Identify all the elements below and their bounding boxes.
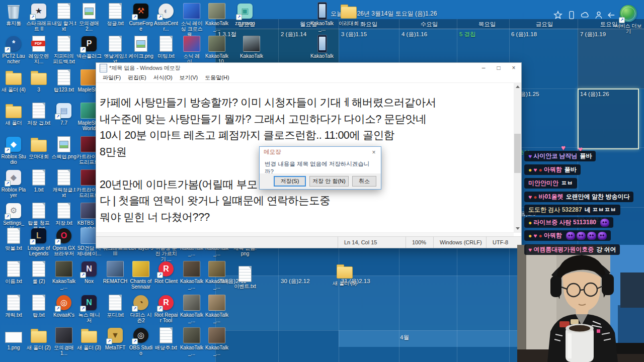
desktop-icon[interactable]: KakaoTalk_... [179, 294, 204, 323]
dont-save-button[interactable]: 저장 안 함(N) [309, 176, 349, 187]
shortcut-arrow-icon: ↗ [132, 14, 138, 20]
desktop-icon[interactable]: 배당주.txt [153, 327, 179, 350]
desktop-icon[interactable]: ▤↗7.7 [51, 102, 76, 126]
close-button[interactable]: × [506, 63, 521, 73]
desktop-icon[interactable]: 새 폴더 (2) [26, 327, 51, 350]
desktop-icon[interactable]: 스펙업.png [51, 136, 76, 159]
desktop-icon[interactable]: 캐릭정글.txt [51, 169, 76, 198]
desktop-icon[interactable]: 탑123.txt [51, 69, 76, 93]
desktop-icon[interactable]: 이리대회 [336, 3, 361, 26]
desktop-icon[interactable]: L↗League of Legends [26, 227, 51, 256]
desktop-icon[interactable]: 새 폴더 (3) [76, 327, 102, 350]
desktop-icon[interactable]: 포디.txt [103, 294, 128, 318]
txt-icon [30, 294, 48, 311]
desktop-icon-label: 새 폴더 (4) [1, 87, 26, 93]
desktop-icon[interactable]: KakaoTalk_... 10 [204, 35, 229, 64]
desktop-icon[interactable]: 정글.txt [103, 3, 128, 26]
zoom-level: 100% [406, 237, 433, 248]
desktop-icon[interactable]: KakaoTalk_... [51, 260, 76, 290]
desktop-icon-label: 1.txt [26, 187, 51, 193]
desktop-icon[interactable]: KakaoTalk_... [179, 260, 204, 290]
desktop-icon[interactable]: N↗녹스 매니저 [76, 294, 102, 323]
desktop-icon[interactable]: ◔↗다피스 시즌2 [128, 294, 153, 323]
desktop-icon[interactable]: KakaoTalk_... [204, 327, 229, 356]
desktop-icon[interactable]: 소닉 레이싱 크로스월... [179, 3, 204, 37]
desktop-icon[interactable]: ◆↗Roblox Player [1, 169, 26, 198]
desktop-icon[interactable]: O↗Opera GX 브라우저 [51, 227, 76, 256]
save-button[interactable]: 저장(S) [274, 176, 306, 187]
desktop-icon[interactable]: 1.png [1, 327, 26, 350]
desktop-icon[interactable]: Chants of Sennaar [128, 260, 153, 290]
desktop-icon[interactable]: 새 폴더 [1, 102, 26, 126]
txt-icon [55, 202, 73, 219]
vertical-scrollbar[interactable] [514, 82, 521, 233]
desktop-icon[interactable]: 모마대회 [26, 136, 51, 159]
desktop-icon[interactable]: ▣↗zzunwoo [232, 3, 258, 26]
menu-item[interactable]: 파일(F) [99, 74, 124, 81]
desktop-icon[interactable]: 옛날게임.txt [103, 35, 128, 64]
desktop-icon[interactable]: 1.txt [26, 169, 51, 193]
desktop-icon[interactable]: *↗PCT2 Launcher [1, 35, 26, 64]
desktop-icon[interactable]: 저장.txt [51, 202, 76, 226]
desktop-icon[interactable]: 새 폴더 (4) [1, 69, 26, 93]
desktop-icon[interactable]: REMATCH [103, 260, 128, 284]
desktop-icon[interactable]: 내일 할거.txt [51, 3, 76, 32]
desktop-icon[interactable]: 미팅.txt [153, 35, 179, 59]
desktop-icon[interactable]: KakaoTalk_... [309, 3, 335, 32]
desktop-icon[interactable]: 룰 (2) [26, 260, 51, 284]
desktop-icon[interactable]: 저장 겁.txt [26, 102, 51, 126]
desktop-icon[interactable]: 모의경매1... [51, 327, 76, 356]
maximize-button[interactable]: □ [491, 63, 506, 73]
desktop-icon[interactable]: 새 폴더 (5) [332, 262, 357, 286]
desktop-icon[interactable]: KakaoTalk_... [204, 260, 229, 290]
desktop-icon-label: 내일 할거.txt [51, 21, 76, 32]
desktop-icon[interactable]: 탑.txt [26, 294, 51, 318]
menu-item[interactable]: 편집(E) [124, 74, 150, 81]
desktop-icon[interactable]: 이름.txt [1, 260, 26, 284]
desktop-icon[interactable]: ◎↗KovaaK's [51, 294, 76, 318]
desktop-icon[interactable]: PDF레임오렌지... [26, 35, 51, 64]
desktop-icon[interactable]: KakaoTalk_... [204, 294, 229, 323]
notepad-titlebar[interactable]: *제목 없음 - Windows 메모장 – □ × [96, 63, 521, 73]
desktop-icon[interactable]: 소닉 레이... [179, 35, 204, 64]
dialog-titlebar[interactable]: 메모장 × [260, 147, 381, 157]
desktop-icon[interactable]: KakaoTalk_... [309, 35, 335, 64]
desktop-icon[interactable]: R↗Riot Client [153, 260, 179, 284]
desktop-icon[interactable]: 지피티의 피드백.txt [51, 35, 76, 64]
desktop-icon[interactable]: 캐릭.txt [1, 294, 26, 318]
minimize-button[interactable]: – [476, 63, 491, 73]
desktop-icon[interactable]: ⚒↗CurseForge [128, 3, 153, 32]
desktop-icon[interactable]: ★↗스타크래프트 II [26, 3, 51, 32]
desktop-icon[interactable]: KakaoTalk_... [239, 35, 264, 64]
desktop-icon[interactable]: 3 [26, 69, 51, 93]
desktop-icon[interactable]: ▼↗MetaTFT [103, 327, 128, 350]
scroll-down-arrow-icon[interactable] [516, 227, 520, 230]
desktop-icon[interactable]: KakaoTalk_... [204, 3, 229, 32]
desktop-icon-label: 모의경매1... [51, 345, 76, 356]
folder-icon [5, 69, 23, 86]
cancel-button[interactable]: 취소 [352, 176, 376, 187]
desktop-icon[interactable]: ◎↗OBS Studio [128, 327, 153, 356]
desktop-icon[interactable]: ◆↗Roblox Studio [1, 136, 26, 165]
scrollbar-thumb[interactable] [514, 134, 521, 173]
desktop-icon[interactable]: 케이크.png [128, 35, 153, 59]
dialog-close-icon[interactable]: × [367, 149, 381, 156]
scroll-up-arrow-icon[interactable] [516, 85, 520, 88]
menu-item[interactable]: 서식(O) [150, 74, 176, 81]
desktop-icon-label: 녹스 매니저 [76, 312, 102, 323]
desktop-icon[interactable]: 이벤트.txt [232, 265, 258, 289]
desktop-icon[interactable]: 모의경매2... [76, 3, 102, 32]
desktop-icon[interactable]: KakaoTalk_... [179, 327, 204, 356]
desktop-icon[interactable]: 맞볼.txt [1, 227, 26, 251]
desktop-icon[interactable]: N↗Nox [76, 260, 102, 284]
shortcut-arrow-icon: ↗ [80, 272, 86, 278]
desktop-icon[interactable]: R↗Riot Repair Tool [153, 294, 179, 323]
desktop-icon[interactable]: P↗넥슨플러그 [76, 35, 102, 59]
desktop-icon[interactable]: ◐↗AssistCentr... [153, 3, 179, 32]
desktop-icon-label: REMATCH [103, 279, 128, 284]
desktop-icon[interactable]: 휴지통 [1, 3, 26, 26]
txt-icon [5, 260, 23, 278]
menu-item[interactable]: 도움말(H) [201, 74, 232, 81]
menu-item[interactable]: 보기(V) [176, 74, 202, 81]
txt-icon [30, 102, 48, 119]
